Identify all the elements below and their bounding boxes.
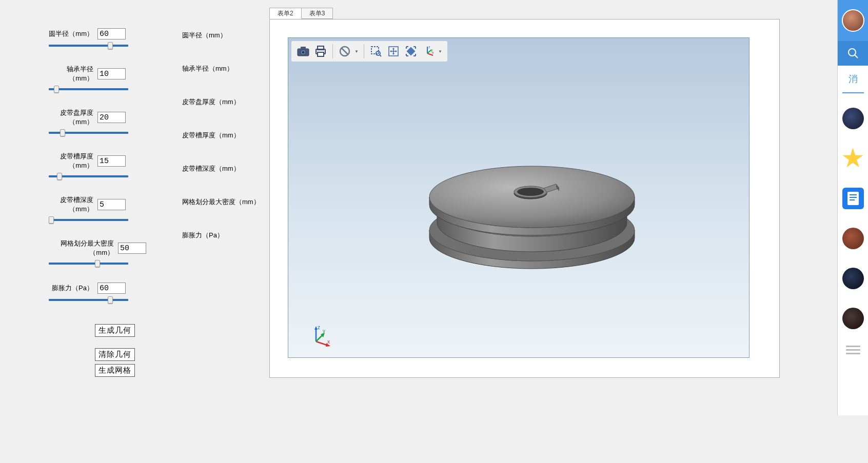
param-input-2[interactable] — [97, 112, 126, 123]
forbid-dropdown[interactable]: ▼ — [336, 43, 361, 60]
param-input-3[interactable] — [97, 155, 126, 167]
clear-geometry-button[interactable]: 清除几何 — [95, 348, 135, 361]
svg-point-26 — [517, 188, 544, 196]
svg-rect-6 — [318, 52, 324, 56]
svg-point-3 — [302, 51, 305, 54]
param-row-6: 膨胀力（Pa） — [0, 283, 269, 294]
pulley-model — [422, 123, 642, 271]
dock-contact-2[interactable] — [842, 228, 864, 249]
dock-app-icon[interactable] — [842, 188, 864, 209]
param-input-5[interactable] — [118, 243, 146, 254]
param-slider-3[interactable] — [49, 175, 128, 177]
toolbar-separator — [364, 44, 364, 58]
svg-text:x: x — [327, 339, 330, 345]
param-slider-2[interactable] — [49, 132, 128, 134]
chevron-down-icon: ▼ — [354, 49, 359, 54]
toolbar-separator — [332, 44, 333, 58]
slider-thumb[interactable] — [60, 129, 65, 136]
svg-text:y: y — [323, 328, 325, 334]
param-slider-5[interactable] — [49, 263, 128, 265]
svg-line-8 — [342, 48, 348, 54]
param-input-6[interactable] — [97, 283, 126, 294]
param-slider-1[interactable] — [49, 88, 128, 90]
param-display-label: 圆半径（mm） — [182, 28, 260, 62]
param-display-label: 轴承半径（mm） — [182, 62, 260, 95]
param-slider-0[interactable] — [49, 45, 128, 47]
svg-rect-40 — [850, 197, 857, 198]
side-dock: 消 — [837, 0, 868, 415]
dock-contact-3[interactable] — [842, 268, 864, 289]
viewer-toolbar: ▼ zxy ▼ — [291, 41, 447, 62]
param-label: 膨胀力（Pa） — [49, 284, 97, 293]
svg-rect-1 — [301, 47, 306, 49]
zoom-select-icon[interactable] — [367, 43, 385, 60]
svg-rect-38 — [847, 192, 859, 205]
3d-viewer[interactable]: ▼ zxy ▼ — [288, 37, 749, 358]
param-input-0[interactable] — [97, 28, 126, 39]
svg-rect-13 — [406, 47, 415, 56]
zoom-extents-icon[interactable] — [402, 43, 420, 60]
slider-thumb[interactable] — [57, 173, 62, 180]
pan-icon[interactable] — [385, 43, 402, 60]
dock-favorites[interactable] — [842, 148, 864, 169]
svg-text:z: z — [318, 325, 320, 330]
param-label: 网格划分最大密度（mm） — [49, 239, 118, 257]
param-slider-4[interactable] — [49, 219, 128, 221]
svg-point-36 — [849, 49, 856, 56]
param-input-4[interactable] — [97, 199, 126, 210]
slider-thumb[interactable] — [49, 216, 54, 224]
param-slider-6[interactable] — [49, 299, 128, 301]
tab-content: ▼ zxy ▼ — [269, 19, 780, 378]
dock-menu-icon[interactable] — [846, 344, 860, 356]
tab-strip: 表单2 表单3 — [269, 8, 780, 19]
dock-contact-4[interactable] — [842, 308, 864, 329]
param-label: 皮带槽厚度（mm） — [49, 152, 97, 170]
axes-icon[interactable]: zxy — [420, 43, 437, 60]
orientation-triad: z x y — [309, 324, 332, 347]
print-icon[interactable] — [312, 43, 329, 60]
slider-thumb[interactable] — [108, 296, 113, 304]
param-label: 皮带盘厚度（mm） — [49, 108, 97, 127]
param-display-label: 皮带槽深度（mm） — [182, 162, 260, 195]
param-display-label: 膨胀力（Pa） — [182, 228, 260, 261]
slider-thumb[interactable] — [54, 86, 59, 93]
param-label: 轴承半径（mm） — [49, 65, 97, 83]
svg-rect-9 — [371, 47, 379, 54]
generate-mesh-button[interactable]: 生成网格 — [95, 364, 135, 377]
svg-text:z: z — [428, 45, 430, 49]
parameter-panel: 圆半径（mm）轴承半径（mm）皮带盘厚度（mm）皮带槽厚度（mm）皮带槽深度（m… — [0, 0, 269, 463]
parameter-display-labels: 圆半径（mm）轴承半径（mm）皮带盘厚度（mm）皮带槽厚度（mm）皮带槽深度（m… — [182, 28, 260, 261]
tabs-area: 表单2 表单3 ▼ — [269, 8, 780, 378]
generate-geometry-button[interactable]: 生成几何 — [95, 324, 135, 337]
dock-contact-1[interactable] — [842, 108, 864, 129]
svg-rect-41 — [850, 199, 855, 200]
param-display-label: 皮带盘厚度（mm） — [182, 95, 260, 128]
param-display-label: 皮带槽厚度（mm） — [182, 128, 260, 162]
dock-avatar[interactable] — [838, 0, 868, 41]
param-input-1[interactable] — [97, 68, 126, 79]
svg-line-37 — [855, 55, 858, 58]
param-display-label: 网格划分最大密度（mm） — [182, 195, 260, 228]
param-label: 皮带槽深度（mm） — [49, 195, 97, 214]
axes-dropdown[interactable]: zxy ▼ — [420, 43, 444, 60]
camera-icon[interactable] — [294, 43, 312, 60]
dock-tab-messages[interactable]: 消 — [842, 66, 864, 93]
chevron-down-icon: ▼ — [438, 49, 442, 54]
slider-thumb[interactable] — [108, 42, 113, 49]
tab-form2[interactable]: 表单2 — [269, 8, 302, 19]
svg-line-11 — [380, 55, 381, 56]
slider-thumb[interactable] — [95, 260, 100, 267]
tab-form3[interactable]: 表单3 — [301, 8, 333, 19]
svg-rect-39 — [850, 194, 857, 195]
param-label: 圆半径（mm） — [49, 29, 97, 38]
svg-text:y: y — [431, 48, 433, 52]
dock-search-button[interactable] — [838, 41, 868, 66]
forbid-icon[interactable] — [336, 43, 353, 60]
